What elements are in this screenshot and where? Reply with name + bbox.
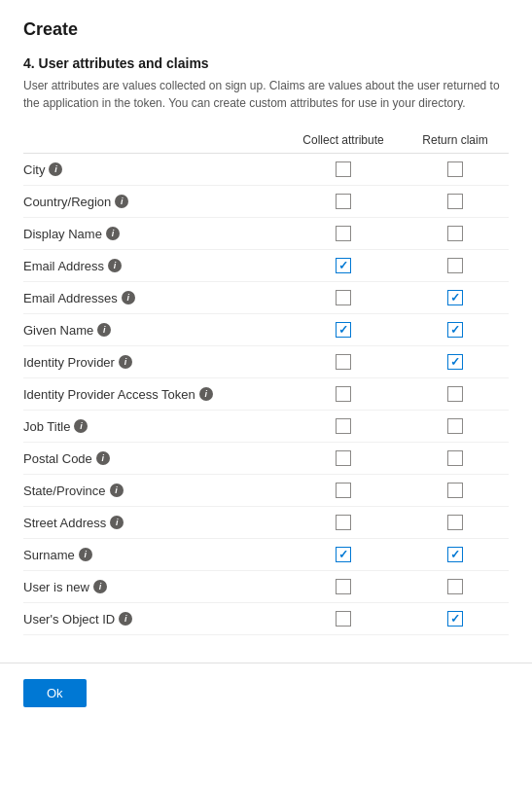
info-icon-street_address[interactable]: i [110, 516, 124, 529]
collect-checkbox-street_address[interactable] [336, 515, 351, 530]
collect-checkbox-cell-identity_provider [285, 354, 402, 370]
info-icon-city[interactable]: i [49, 162, 62, 176]
info-icon-job_title[interactable]: i [74, 419, 88, 433]
attribute-name-postal_code: Postal Code [23, 451, 92, 466]
attribute-name-identity_provider_access_token: Identity Provider Access Token [23, 387, 195, 402]
row-label-postal_code: Postal Code i [23, 451, 285, 466]
rows-container: City i Country/Region i Display Name [23, 154, 509, 635]
collect-checkbox-given_name[interactable] [336, 322, 351, 338]
collect-checkbox-cell-job_title [285, 418, 402, 434]
row-label-city: City i [23, 162, 285, 177]
collect-checkbox-cell-country_region [285, 194, 402, 209]
return-checkbox-cell-surname [402, 547, 509, 562]
collect-checkbox-user_is_new[interactable] [336, 579, 351, 594]
attribute-name-state_province: State/Province [23, 484, 106, 498]
collect-checkbox-postal_code[interactable] [336, 450, 351, 466]
return-checkbox-cell-email_addresses [402, 290, 509, 305]
info-icon-email_address[interactable]: i [108, 259, 122, 272]
return-checkbox-cell-city [402, 161, 509, 177]
collect-checkbox-cell-display_name [285, 226, 402, 241]
table-row: Email Addresses i [23, 282, 509, 314]
attribute-name-street_address: Street Address [23, 516, 106, 530]
attribute-name-surname: Surname [23, 548, 75, 562]
return-checkbox-job_title[interactable] [447, 418, 463, 434]
row-label-country_region: Country/Region i [23, 195, 285, 209]
collect-checkbox-cell-given_name [285, 322, 402, 338]
return-checkbox-email_addresses[interactable] [447, 290, 463, 305]
return-checkbox-surname[interactable] [447, 547, 463, 562]
collect-checkbox-users_object_id[interactable] [336, 611, 351, 627]
footer: Ok [0, 663, 532, 723]
attribute-name-given_name: Given Name [23, 323, 93, 338]
info-icon-given_name[interactable]: i [97, 323, 111, 337]
attribute-name-display_name: Display Name [23, 227, 102, 241]
return-checkbox-country_region[interactable] [447, 194, 463, 209]
return-checkbox-email_address[interactable] [447, 258, 463, 273]
return-checkbox-user_is_new[interactable] [447, 579, 463, 594]
table-row: Given Name i [23, 314, 509, 346]
ok-button[interactable]: Ok [23, 679, 87, 707]
return-checkbox-identity_provider[interactable] [447, 354, 463, 370]
info-icon-surname[interactable]: i [79, 548, 92, 561]
table-row: Postal Code i [23, 443, 509, 475]
return-checkbox-state_province[interactable] [447, 483, 463, 498]
info-icon-state_province[interactable]: i [110, 484, 124, 497]
return-checkbox-given_name[interactable] [447, 322, 463, 338]
return-checkbox-display_name[interactable] [447, 226, 463, 241]
collect-checkbox-email_addresses[interactable] [336, 290, 351, 305]
attribute-name-user_is_new: User is new [23, 580, 89, 594]
row-label-identity_provider_access_token: Identity Provider Access Token i [23, 387, 285, 402]
row-label-street_address: Street Address i [23, 516, 285, 530]
collect-checkbox-cell-user_is_new [285, 579, 402, 594]
info-icon-users_object_id[interactable]: i [119, 612, 132, 626]
collect-checkbox-display_name[interactable] [336, 226, 351, 241]
attribute-name-job_title: Job Title [23, 419, 70, 434]
collect-checkbox-cell-state_province [285, 483, 402, 498]
table-row: State/Province i [23, 475, 509, 507]
return-checkbox-cell-postal_code [402, 450, 509, 466]
info-icon-email_addresses[interactable]: i [122, 291, 135, 304]
info-icon-user_is_new[interactable]: i [93, 580, 107, 593]
table-row: Display Name i [23, 218, 509, 250]
collect-checkbox-city[interactable] [336, 161, 351, 177]
attribute-name-email_addresses: Email Addresses [23, 291, 118, 305]
section-description: User attributes are values collected on … [23, 77, 509, 112]
return-checkbox-cell-state_province [402, 483, 509, 498]
row-label-given_name: Given Name i [23, 323, 285, 338]
collect-checkbox-surname[interactable] [336, 547, 351, 562]
collect-checkbox-identity_provider[interactable] [336, 354, 351, 370]
info-icon-identity_provider_access_token[interactable]: i [199, 387, 213, 401]
table-row: City i [23, 154, 509, 186]
info-icon-country_region[interactable]: i [115, 195, 128, 208]
collect-checkbox-job_title[interactable] [336, 418, 351, 434]
return-checkbox-users_object_id[interactable] [447, 611, 463, 627]
row-label-display_name: Display Name i [23, 227, 285, 241]
return-checkbox-street_address[interactable] [447, 515, 463, 530]
return-checkbox-cell-users_object_id [402, 611, 509, 627]
collect-checkbox-cell-city [285, 161, 402, 177]
return-checkbox-identity_provider_access_token[interactable] [447, 386, 463, 402]
attribute-name-identity_provider: Identity Provider [23, 355, 115, 370]
collect-checkbox-country_region[interactable] [336, 194, 351, 209]
return-checkbox-city[interactable] [447, 161, 463, 177]
collect-checkbox-identity_provider_access_token[interactable] [336, 386, 351, 402]
attributes-table: Collect attribute Return claim City i Co… [23, 129, 509, 635]
return-checkbox-cell-display_name [402, 226, 509, 241]
info-icon-postal_code[interactable]: i [96, 451, 110, 465]
info-icon-identity_provider[interactable]: i [119, 355, 132, 369]
info-icon-display_name[interactable]: i [106, 227, 120, 240]
table-header: Collect attribute Return claim [23, 129, 509, 154]
table-row: Job Title i [23, 411, 509, 443]
table-row: Surname i [23, 539, 509, 571]
return-checkbox-cell-identity_provider_access_token [402, 386, 509, 402]
row-label-email_addresses: Email Addresses i [23, 291, 285, 305]
collect-checkbox-cell-surname [285, 547, 402, 562]
row-label-users_object_id: User's Object ID i [23, 612, 285, 627]
return-checkbox-cell-street_address [402, 515, 509, 530]
collect-checkbox-email_address[interactable] [336, 258, 351, 273]
collect-checkbox-state_province[interactable] [336, 483, 351, 498]
table-row: Identity Provider i [23, 346, 509, 378]
return-checkbox-cell-email_address [402, 258, 509, 273]
attribute-name-city: City [23, 162, 45, 177]
return-checkbox-postal_code[interactable] [447, 450, 463, 466]
